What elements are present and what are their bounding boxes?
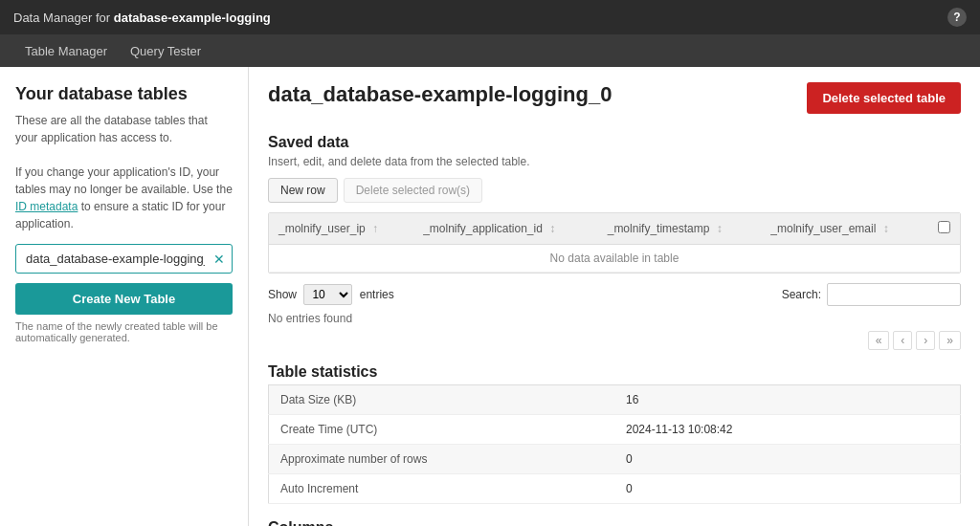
col-checkbox-header — [928, 213, 960, 245]
saved-data-desc: Insert, edit, and delete data from the s… — [268, 155, 961, 168]
main-layout: Your database tables These are all the d… — [0, 67, 980, 526]
search-label: Search: — [782, 288, 821, 301]
saved-data-title: Saved data — [268, 134, 961, 151]
nav-query-tester[interactable]: Query Tester — [119, 34, 212, 67]
delete-table-button[interactable]: Delete selected table — [807, 82, 961, 114]
select-all-checkbox[interactable] — [938, 221, 950, 233]
col-user-ip: _molnify_user_ip ↑ — [269, 213, 413, 245]
entries-select[interactable]: 10 25 50 100 — [303, 284, 352, 305]
table-title: data_database-example-logging_0 — [268, 82, 612, 107]
no-data-message: No data available in table — [269, 245, 960, 273]
col-user-email: _molnify_user_email ↕ — [761, 213, 928, 245]
saved-data-btn-row: New row Delete selected row(s) — [268, 178, 961, 203]
search-wrap: Search: — [782, 283, 961, 306]
top-bar: Data Manager for database-example-loggin… — [0, 0, 980, 34]
data-table-header-row: _molnify_user_ip ↑ _molnify_application_… — [269, 213, 960, 245]
stats-row: Create Time (UTC)2024-11-13 10:08:42 — [269, 415, 961, 445]
stats-label: Create Time (UTC) — [269, 415, 615, 445]
data-table: _molnify_user_ip ↑ _molnify_application_… — [269, 213, 960, 273]
stats-row: Data Size (KB)16 — [269, 385, 961, 415]
table-input-wrap: ✕ — [15, 244, 233, 274]
create-table-button[interactable]: Create New Table — [15, 283, 233, 315]
columns-section: Columns Insert, edit, and delete columns… — [268, 519, 961, 526]
app-title-db: database-example-logging — [114, 11, 271, 25]
stats-value: 16 — [614, 385, 961, 415]
table-statistics-title: Table statistics — [268, 363, 961, 381]
data-table-wrap: _molnify_user_ip ↑ _molnify_application_… — [268, 212, 961, 274]
stats-label: Data Size (KB) — [269, 385, 615, 415]
col-app-id: _molnify_application_id ↕ — [413, 213, 598, 245]
stats-label: Approximate number of rows — [269, 445, 615, 474]
sub-nav: Table Manager Query Tester — [0, 34, 980, 67]
app-title: Data Manager for database-example-loggin… — [13, 11, 271, 25]
pagination-first[interactable]: « — [868, 331, 890, 350]
pagination-next[interactable]: › — [916, 331, 935, 350]
show-label: Show — [268, 288, 297, 301]
app-title-prefix: Data Manager for — [13, 11, 114, 25]
no-data-row: No data available in table — [269, 245, 960, 273]
stats-value: 0 — [614, 474, 961, 504]
stats-table: Data Size (KB)16Create Time (UTC)2024-11… — [268, 384, 961, 504]
clear-icon[interactable]: ✕ — [213, 252, 225, 267]
pagination-prev[interactable]: ‹ — [893, 331, 912, 350]
search-input[interactable] — [827, 283, 961, 306]
new-row-button[interactable]: New row — [268, 178, 338, 203]
sidebar-heading: Your database tables — [15, 84, 233, 104]
col-timestamp: _molnify_timestamp ↕ — [598, 213, 762, 245]
stats-value: 2024-11-13 10:08:42 — [614, 415, 961, 445]
sidebar: Your database tables These are all the d… — [0, 67, 249, 526]
delete-rows-button[interactable]: Delete selected row(s) — [344, 178, 482, 203]
main-content: data_database-example-logging_0 Delete s… — [249, 67, 980, 526]
table-controls: Show 10 25 50 100 entries Search: — [268, 283, 961, 306]
no-entries-msg: No entries found — [268, 312, 961, 325]
pagination-last[interactable]: » — [939, 331, 961, 350]
pagination: « ‹ › » — [268, 331, 961, 350]
sidebar-description: These are all the database tables that y… — [15, 112, 233, 232]
columns-header: Columns — [268, 519, 961, 526]
stats-row: Approximate number of rows0 — [269, 445, 961, 474]
help-icon[interactable]: ? — [947, 8, 967, 27]
table-statistics-section: Table statistics Data Size (KB)16Create … — [268, 363, 961, 504]
auto-name-note: The name of the newly created table will… — [15, 320, 233, 343]
entries-label: entries — [360, 288, 394, 301]
entries-control: Show 10 25 50 100 entries — [268, 284, 394, 305]
saved-data-section: Saved data Insert, edit, and delete data… — [268, 134, 961, 350]
stats-label: Auto Increment — [269, 474, 615, 504]
stats-row: Auto Increment0 — [269, 474, 961, 504]
id-metadata-link[interactable]: ID metadata — [15, 200, 78, 213]
table-name-input[interactable] — [15, 244, 233, 274]
header-row: data_database-example-logging_0 Delete s… — [268, 82, 961, 121]
stats-value: 0 — [614, 445, 961, 474]
nav-table-manager[interactable]: Table Manager — [13, 34, 119, 67]
